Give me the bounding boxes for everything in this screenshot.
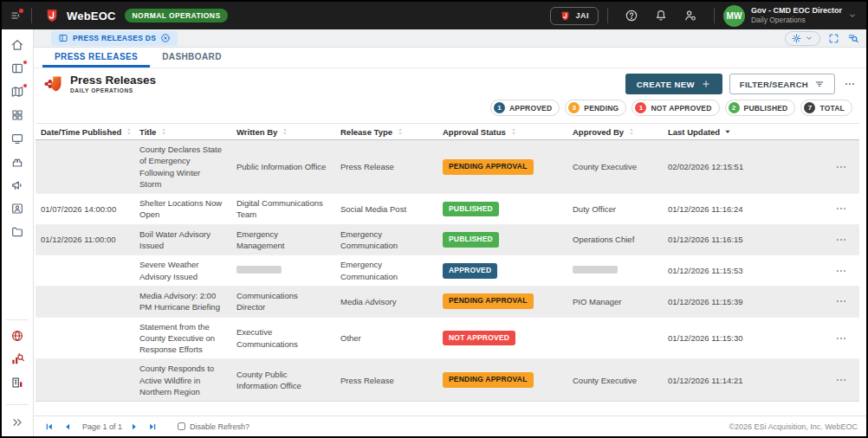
contacts-icon[interactable] [10, 202, 24, 216]
chevron-down-icon [804, 33, 814, 43]
table-row[interactable]: 01/12/2026 11:00:00Boil Water Advisory I… [36, 225, 859, 256]
summary-badge-total[interactable]: 7TOTAL [800, 100, 852, 116]
status-badge: PENDING APPROVAL [443, 293, 534, 309]
table-row[interactable]: Severe Weather Advisory IssuedEmergency … [36, 255, 859, 287]
badge-count: 7 [804, 102, 815, 113]
cell-written-by: Executive Communications [231, 323, 335, 353]
column-header-date-time-published[interactable]: Date/Time Published [36, 124, 134, 139]
cell-written-by: Emergency Management [231, 225, 335, 255]
board-content: Press Releases DAILY OPERATIONS CREATE N… [34, 68, 866, 415]
board-header: Press Releases DAILY OPERATIONS CREATE N… [34, 68, 866, 98]
jai-assistant-button[interactable]: JAI [550, 7, 599, 25]
summary-badge-published[interactable]: 2PUBLISHED [725, 100, 796, 116]
table-row[interactable]: 01/07/2026 14:00:00Shelter Locations Now… [36, 194, 859, 225]
table-row[interactable]: County Responds to Active Wildfire in No… [36, 359, 859, 402]
page-last-icon[interactable] [147, 422, 158, 432]
operations-status-badge: NORMAL OPERATIONS [125, 9, 229, 23]
topbar-divider [607, 8, 608, 23]
page-first-icon[interactable] [44, 422, 55, 432]
close-tab-icon[interactable] [160, 33, 171, 43]
main-area: PRESS RELEASES DS PRESS RELEASES DASHBOA… [34, 29, 866, 436]
cell-approval-status: PUBLISHED [437, 198, 567, 221]
create-new-button[interactable]: CREATE NEW [625, 74, 722, 94]
data-search-icon[interactable] [10, 352, 24, 366]
home-icon[interactable] [10, 38, 24, 52]
column-header-release-type[interactable]: Release Type [335, 124, 437, 139]
page-prev-icon[interactable] [62, 422, 73, 432]
column-header-last-updated[interactable]: Last Updated [663, 124, 825, 139]
files-icon[interactable] [10, 225, 24, 239]
board-title-block: Press Releases DAILY OPERATIONS [70, 74, 156, 93]
geo-globe-icon[interactable] [10, 329, 24, 343]
cell-last-updated: 01/12/2026 11:15:53 [663, 261, 825, 280]
disable-refresh-checkbox[interactable] [178, 422, 185, 430]
avatar: MW [723, 5, 745, 27]
summary-badge-approved[interactable]: 1APPROVED [490, 100, 560, 116]
cell-release-type: Emergency Communication [335, 255, 437, 286]
ellipsis-icon [835, 332, 847, 345]
tab-dashboard[interactable]: DASHBOARD [150, 48, 234, 68]
status-badge: APPROVED [443, 263, 497, 279]
plugins-icon[interactable] [10, 155, 24, 169]
ellipsis-icon [835, 234, 847, 246]
summary-badge-not-approved[interactable]: 1NOT APPROVED [632, 100, 719, 116]
row-more-options-icon[interactable] [825, 370, 859, 390]
row-more-options-icon[interactable] [825, 329, 859, 348]
board-search-icon[interactable] [847, 32, 859, 44]
column-header-title[interactable]: Title [134, 124, 231, 139]
megaphone-icon[interactable] [10, 178, 24, 192]
cell-last-updated: 01/12/2026 11:16:15 [663, 230, 825, 248]
topbar-actions: JAI MW Gov - CMD EOC Director Daily Oper… [550, 5, 858, 27]
cell-last-updated: 01/12/2026 11:15:39 [663, 293, 825, 311]
ellipsis-icon [835, 203, 847, 215]
status-badge: PUBLISHED [443, 232, 499, 248]
table-row[interactable]: County Declares State of Emergency Follo… [36, 140, 859, 194]
ellipsis-icon [835, 295, 847, 307]
board-settings-button[interactable] [785, 31, 820, 46]
help-icon[interactable] [625, 9, 638, 23]
cell-release-type: Emergency Communication [335, 225, 437, 255]
row-more-options-icon[interactable] [825, 199, 859, 218]
apps-icon[interactable] [10, 108, 24, 122]
table-row[interactable]: Media Advisory: 2:00 PM Hurricane Briefi… [36, 287, 859, 318]
chevron-down-icon [847, 10, 858, 21]
workspace-bar-actions [785, 31, 859, 46]
main-menu-icon[interactable] [9, 9, 23, 23]
workspace-tab-press-releases-ds[interactable]: PRESS RELEASES DS [51, 31, 178, 46]
badge-label: NOT APPROVED [651, 104, 711, 113]
sort-icon [280, 126, 290, 137]
org-reports-icon[interactable] [10, 376, 24, 390]
row-more-options-icon[interactable] [825, 230, 859, 249]
cell-release-type: Press Release [335, 158, 437, 176]
topbar-divider [31, 8, 32, 23]
table-row[interactable]: Statement from the County Executive on R… [36, 318, 859, 360]
column-header-approval-status[interactable]: Approval Status [437, 124, 567, 139]
cell-written-by: Digital Communications Team [231, 194, 335, 224]
sort-icon [508, 126, 519, 137]
cell-release-type: Social Media Post [335, 200, 437, 218]
column-label: Date/Time Published [41, 127, 121, 137]
row-more-options-icon[interactable] [825, 292, 859, 311]
user-roles-icon[interactable] [683, 9, 697, 23]
row-more-options-icon[interactable] [825, 261, 859, 280]
column-header-approved-by[interactable]: Approved By [567, 124, 663, 139]
disable-refresh-control: Disable Refresh? [178, 422, 249, 431]
column-header-written-by[interactable]: Written By [231, 124, 335, 139]
summary-badge-pending[interactable]: 3PENDING [565, 100, 626, 116]
page-next-icon[interactable] [129, 422, 139, 432]
user-menu[interactable]: MW Gov - CMD EOC Director Daily Operatio… [723, 5, 858, 27]
filter-search-button[interactable]: FILTER/SEARCH [729, 74, 835, 94]
fullscreen-icon[interactable] [828, 33, 839, 44]
notifications-bell-icon[interactable] [654, 9, 668, 23]
tab-press-releases[interactable]: PRESS RELEASES [42, 48, 150, 68]
sidebar-expand-icon[interactable] [10, 415, 24, 429]
boards-icon[interactable] [10, 61, 24, 75]
maps-icon[interactable] [10, 85, 24, 99]
board-more-options-icon[interactable] [844, 78, 856, 90]
brand-title: WebEOC [67, 10, 116, 23]
displays-icon[interactable] [10, 132, 24, 145]
row-more-options-icon[interactable] [825, 158, 859, 177]
copyright-text: ©2026 ESi Acquisition, Inc. WebEOC [729, 422, 858, 431]
cell-last-updated: 01/12/2026 11:15:30 [663, 329, 825, 347]
filter-search-label: FILTER/SEARCH [740, 80, 808, 89]
